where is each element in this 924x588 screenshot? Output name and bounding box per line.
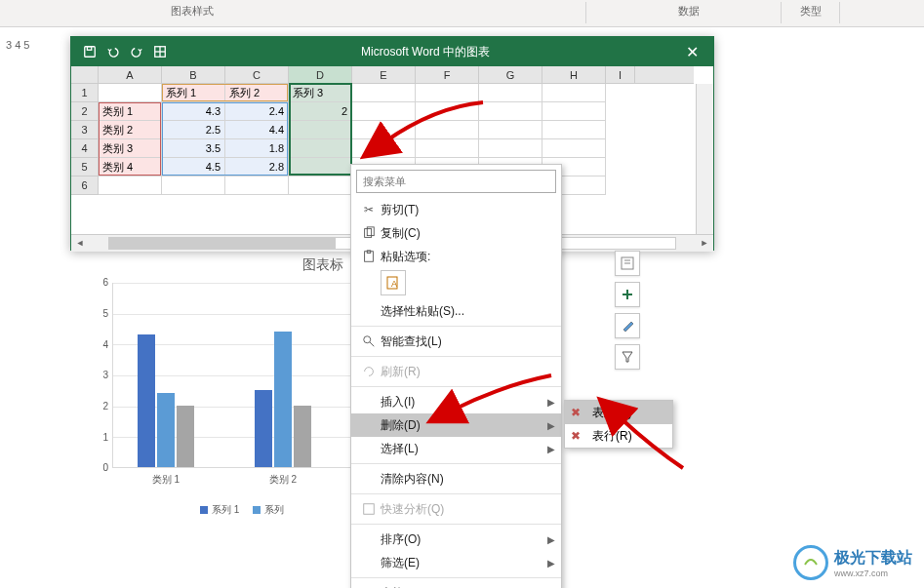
cell-c4[interactable]: 1.8	[225, 139, 289, 158]
ribbon-bar: 图表样式 数据 类型	[0, 0, 924, 27]
cell-a5[interactable]: 类别 4	[99, 158, 162, 176]
col-header-f[interactable]: F	[416, 66, 479, 83]
cell-b2[interactable]: 4.3	[162, 102, 225, 121]
ribbon-group-chart-style: 图表样式	[171, 4, 214, 19]
col-header-h[interactable]: H	[542, 66, 606, 83]
chart-add-button[interactable]	[615, 282, 640, 307]
close-button[interactable]: ✕	[678, 43, 705, 61]
menu-cut[interactable]: ✂剪切(T)	[351, 198, 561, 221]
chart-side-buttons	[615, 251, 640, 370]
svg-text:A: A	[391, 279, 397, 289]
xlabel-cat2: 类别 2	[254, 473, 312, 487]
chevron-right-icon: ▶	[547, 558, 555, 568]
scroll-left-arrow[interactable]: ◄	[71, 235, 89, 252]
cell-d1[interactable]: 系列 3	[289, 84, 352, 102]
row-header-3[interactable]: 3	[71, 121, 99, 139]
row-header-1[interactable]: 1	[71, 84, 99, 102]
row-headers[interactable]: 1 2 3 4 5 6	[71, 84, 99, 195]
menu-refresh: 刷新(R)	[351, 360, 561, 383]
redo-button[interactable]	[126, 41, 147, 62]
chevron-right-icon: ▶	[547, 444, 555, 454]
delete-submenu: ✖表列(C) ✖表行(R)	[564, 400, 673, 449]
cell-c2[interactable]: 2.4	[225, 102, 289, 121]
row-tabs: 3 4 5	[6, 39, 29, 51]
menu-search-input[interactable]: 搜索菜单	[356, 170, 556, 193]
submenu-delete-rows[interactable]: ✖表行(R)	[565, 424, 672, 448]
paste-option-keep-source[interactable]: A	[381, 270, 406, 295]
ytick-6: 6	[91, 277, 108, 288]
cell-a1[interactable]	[99, 84, 162, 102]
col-header-c[interactable]: C	[225, 66, 289, 83]
cell-c1[interactable]: 系列 2	[225, 84, 289, 102]
cell-a2[interactable]: 类别 1	[99, 102, 162, 121]
menu-copy[interactable]: 复制(C)	[351, 221, 561, 245]
menu-sort[interactable]: 排序(O)▶	[351, 528, 561, 551]
row-header-4[interactable]: 4	[71, 139, 99, 158]
menu-clear-contents[interactable]: 清除内容(N)	[351, 467, 561, 490]
column-headers[interactable]: A B C D E F G H I	[99, 66, 694, 84]
cell-a3[interactable]: 类别 2	[99, 121, 162, 139]
save-button[interactable]	[79, 41, 100, 62]
watermark-logo-icon	[793, 545, 828, 580]
menu-filter[interactable]: 筛选(E)▶	[351, 551, 561, 574]
cell-c5[interactable]: 2.8	[225, 158, 289, 176]
bar-cat2-s1[interactable]	[255, 390, 272, 467]
scroll-thumb[interactable]	[109, 238, 336, 249]
excel-window-title: Microsoft Word 中的图表	[173, 44, 678, 60]
bar-cat1-s1[interactable]	[138, 334, 155, 467]
chart-filter-button[interactable]	[615, 344, 640, 370]
undo-button[interactable]	[102, 41, 124, 62]
cell-d5[interactable]	[289, 158, 352, 176]
grid-icon[interactable]	[149, 41, 171, 62]
svg-rect-1	[87, 47, 91, 51]
ytick-5: 5	[91, 308, 108, 319]
search-icon	[357, 334, 381, 348]
quick-analysis-icon	[357, 502, 381, 516]
svg-rect-0	[85, 47, 96, 58]
bar-cat1-s3[interactable]	[177, 406, 194, 467]
ytick-1: 1	[91, 432, 108, 443]
chart-elements-button[interactable]	[615, 251, 640, 276]
cell-b1[interactable]: 系列 1	[162, 84, 225, 102]
cell-c3[interactable]: 4.4	[225, 121, 289, 139]
clipboard-icon	[357, 250, 381, 263]
menu-delete[interactable]: 删除(D)▶	[351, 413, 561, 437]
select-all-corner[interactable]	[71, 66, 99, 84]
ribbon-group-data: 数据	[678, 4, 700, 19]
col-header-e[interactable]: E	[352, 66, 416, 83]
cell-b5[interactable]: 4.5	[162, 158, 225, 176]
col-header-g[interactable]: G	[479, 66, 542, 83]
row-header-6[interactable]: 6	[71, 176, 99, 195]
ytick-4: 4	[91, 339, 108, 350]
scroll-right-arrow[interactable]: ►	[696, 235, 713, 252]
menu-select[interactable]: 选择(L)▶	[351, 437, 561, 460]
bar-cat2-s3[interactable]	[294, 406, 311, 467]
context-menu: 搜索菜单 ✂剪切(T) 复制(C) 粘贴选项: A 选择性粘贴(S)... 智能…	[350, 164, 562, 588]
cell-d3[interactable]	[289, 121, 352, 139]
cell-b3[interactable]: 2.5	[162, 121, 225, 139]
row-header-5[interactable]: 5	[71, 158, 99, 176]
cell-d2[interactable]: 2	[289, 102, 352, 121]
legend-s1: 系列 1	[212, 503, 239, 517]
bar-cat2-s2[interactable]	[274, 332, 292, 467]
chart-styles-button[interactable]	[615, 313, 640, 338]
menu-smart-lookup[interactable]: 智能查找(L)	[351, 330, 561, 353]
svg-point-11	[364, 336, 371, 343]
chevron-right-icon: ▶	[547, 534, 555, 545]
col-header-a[interactable]: A	[99, 66, 162, 83]
menu-paste-special[interactable]: 选择性粘贴(S)...	[351, 299, 561, 323]
ytick-2: 2	[91, 401, 108, 412]
submenu-delete-columns[interactable]: ✖表列(C)	[565, 401, 672, 424]
cell-d4[interactable]	[289, 139, 352, 158]
row-header-2[interactable]: 2	[71, 102, 99, 121]
col-header-i[interactable]: I	[606, 66, 635, 83]
delete-column-icon: ✖	[571, 406, 592, 419]
bar-cat1-s2[interactable]	[157, 393, 175, 467]
menu-insert[interactable]: 插入(I)▶	[351, 390, 561, 413]
menu-table[interactable]: 表格(B)▶	[351, 581, 561, 588]
col-header-b[interactable]: B	[162, 66, 225, 83]
cell-a4[interactable]: 类别 3	[99, 139, 162, 158]
col-header-d[interactable]: D	[289, 66, 352, 83]
vertical-scrollbar[interactable]	[696, 84, 713, 234]
cell-b4[interactable]: 3.5	[162, 139, 225, 158]
